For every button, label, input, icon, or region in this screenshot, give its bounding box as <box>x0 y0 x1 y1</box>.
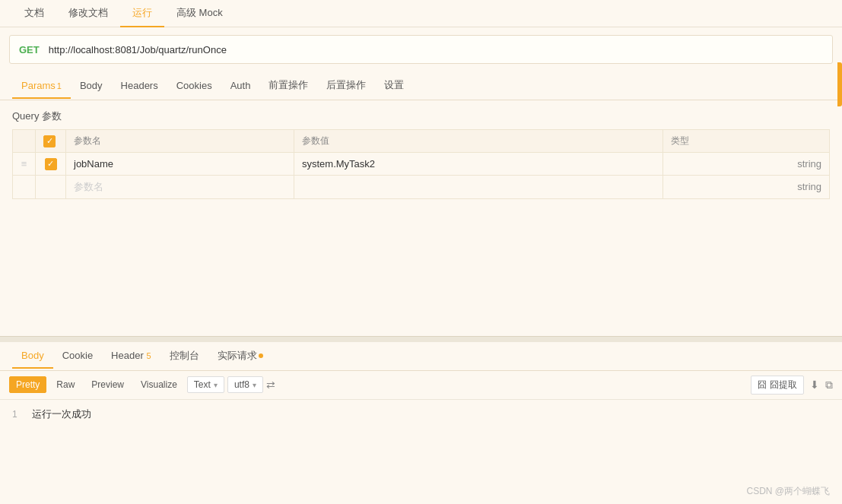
format-right: 囧 囧提取 ⬇ ⧉ <box>751 376 833 395</box>
text-dropdown[interactable]: Text ▾ <box>187 376 224 393</box>
fmt-preview[interactable]: Preview <box>84 376 131 393</box>
row2-type: string <box>663 175 830 198</box>
tidy-label: 囧提取 <box>770 379 797 391</box>
resp-tab-body[interactable]: Body <box>12 344 53 369</box>
tidy-icon: 囧 <box>758 379 767 391</box>
dot-indicator <box>259 353 263 358</box>
response-body: 1 运行一次成功 <box>0 400 842 429</box>
response-section: Body Cookie Header 5 控制台 实际请求 Pretty Raw… <box>0 342 842 429</box>
http-method: GET <box>19 44 40 55</box>
resp-tab-actual-req[interactable]: 实际请求 <box>208 343 272 370</box>
tab-advanced-mock[interactable]: 高级 Mock <box>164 0 235 27</box>
tab-post-action[interactable]: 后置操作 <box>317 72 375 100</box>
tab-headers[interactable]: Headers <box>112 74 167 99</box>
copy-icon[interactable]: ⧉ <box>825 379 833 391</box>
url-text[interactable]: http://localhost:8081/Job/quartz/runOnce <box>49 44 227 55</box>
response-line-text: 运行一次成功 <box>32 408 91 420</box>
params-table: 参数名 参数值 类型 ≡ jobName system.MyTask2 stri… <box>12 129 830 199</box>
row2-name[interactable]: 参数名 <box>66 175 294 198</box>
row1-checkbox-cell <box>36 153 66 176</box>
drag-handle-empty <box>13 175 36 198</box>
text-dropdown-arrow: ▾ <box>214 381 218 389</box>
url-container: GET http://localhost:8081/Job/quartz/run… <box>0 35 842 64</box>
watermark: CSDN @两个蝴蝶飞 <box>746 485 830 498</box>
tab-docs[interactable]: 文档 <box>12 0 56 27</box>
th-drag <box>13 130 36 153</box>
request-tabs: Params1 Body Headers Cookies Auth 前置操作 后… <box>0 71 842 100</box>
text-dropdown-label: Text <box>194 379 211 390</box>
download-icon[interactable]: ⬇ <box>810 379 819 391</box>
url-bar: GET http://localhost:8081/Job/quartz/run… <box>9 35 833 64</box>
tab-edit-docs[interactable]: 修改文档 <box>56 0 120 27</box>
row1-type: string <box>663 153 830 176</box>
query-params-label: Query 参数 <box>12 109 830 123</box>
encoding-label: utf8 <box>234 379 249 390</box>
fmt-raw[interactable]: Raw <box>49 376 81 393</box>
right-accent-bar <box>837 62 842 106</box>
params-section: Query 参数 参数名 参数值 类型 ≡ jobName system.MyT… <box>0 100 842 199</box>
row1-checkbox[interactable] <box>45 158 57 170</box>
empty-space <box>0 199 842 336</box>
tab-body[interactable]: Body <box>71 74 112 99</box>
tab-auth[interactable]: Auth <box>221 74 260 99</box>
line-number: 1 <box>12 409 17 420</box>
fmt-pretty[interactable]: Pretty <box>9 376 46 393</box>
row2-checkbox-cell <box>36 175 66 198</box>
resp-tab-header[interactable]: Header 5 <box>102 344 160 369</box>
header-checkbox[interactable] <box>43 135 56 147</box>
tab-cookies[interactable]: Cookies <box>167 74 221 99</box>
encoding-dropdown[interactable]: utf8 ▾ <box>227 376 263 393</box>
top-nav: 文档 修改文档 运行 高级 Mock <box>0 0 842 27</box>
encoding-dropdown-arrow: ▾ <box>253 381 256 389</box>
tab-params[interactable]: Params1 <box>12 74 71 99</box>
resp-tab-cookie[interactable]: Cookie <box>53 344 102 369</box>
th-param-value: 参数值 <box>294 130 663 153</box>
th-param-type: 类型 <box>663 130 830 153</box>
row1-value[interactable]: system.MyTask2 <box>294 153 663 176</box>
response-tabs: Body Cookie Header 5 控制台 实际请求 <box>0 342 842 371</box>
tab-run[interactable]: 运行 <box>120 0 164 27</box>
th-check <box>36 130 66 153</box>
sort-icon[interactable]: ⇄ <box>266 379 275 391</box>
row1-name[interactable]: jobName <box>66 153 294 176</box>
drag-handle[interactable]: ≡ <box>13 153 36 176</box>
table-row: 参数名 string <box>13 175 830 198</box>
tab-settings[interactable]: 设置 <box>375 72 413 100</box>
tab-pre-action[interactable]: 前置操作 <box>259 72 317 100</box>
resp-tab-console[interactable]: 控制台 <box>160 343 208 370</box>
th-param-name: 参数名 <box>66 130 294 153</box>
tidy-button[interactable]: 囧 囧提取 <box>751 376 804 395</box>
format-bar: Pretty Raw Preview Visualize Text ▾ utf8… <box>0 371 842 400</box>
table-row: ≡ jobName system.MyTask2 string <box>13 153 830 176</box>
section-divider <box>0 336 842 342</box>
row2-value[interactable] <box>294 175 663 198</box>
fmt-visualize[interactable]: Visualize <box>134 376 184 393</box>
